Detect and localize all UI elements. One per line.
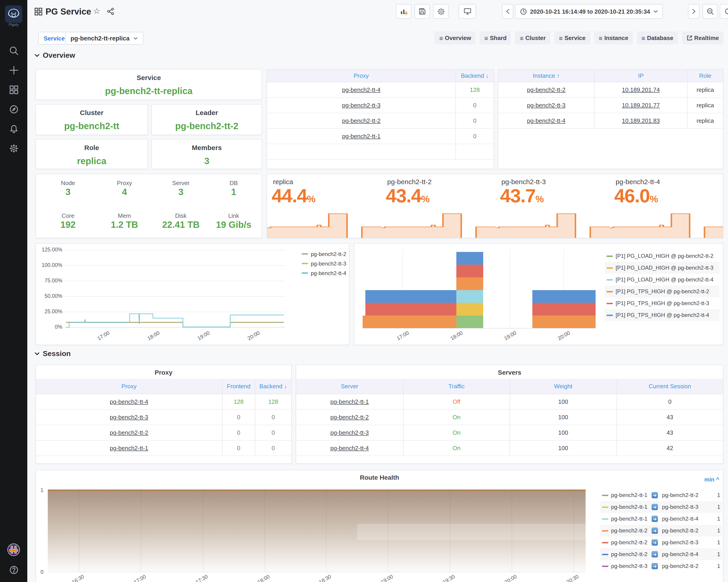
time-back-button[interactable] [502, 4, 513, 19]
proxy-link[interactable]: pg-bench2-tt-3 [342, 102, 381, 109]
y-tick: 100.00% [37, 262, 62, 268]
resource-stats-panel[interactable]: Node3 Proxy4 Server3 DB1 Core192 Mem1.2 … [35, 174, 262, 238]
cluster-card[interactable]: Cluster pg-bench2-tt [35, 104, 148, 135]
server-link[interactable]: pg-bench2-tt-2 [330, 414, 369, 421]
col-header-instance[interactable]: Instance ↑ [498, 70, 594, 82]
nav-link-overview[interactable]: ≡Overview [435, 31, 476, 45]
proxy-link[interactable]: pg-bench2-tt-2 [110, 429, 148, 436]
service-variable-dropdown[interactable]: pg-bench2-tt-replica [65, 32, 143, 45]
nav-link-shard[interactable]: ≡Shard [480, 31, 511, 45]
legend-item[interactable]: [P1] PG_LOAD_HIGH @ pg-bench2-tt-4 [605, 274, 719, 285]
star-icon[interactable]: ☆ [93, 6, 100, 16]
col-header-current-session[interactable]: Current Session [616, 379, 723, 394]
legend-item[interactable]: pg-bench2-tt-1➜pg-bench2-tt-31 [600, 501, 722, 513]
cpu-usage-chart[interactable]: 125.00% 100.00% 75.00% 50.00% 25.00% 0% … [35, 243, 349, 345]
proxy-link[interactable]: pg-bench2-tt-4 [110, 398, 148, 405]
service-card-title: Service [36, 74, 262, 81]
page-title: PG Service [46, 7, 91, 17]
save-dashboard-button[interactable] [415, 4, 430, 19]
configuration-gear-icon[interactable] [0, 140, 27, 156]
legend-item[interactable]: [P1] PG_LOAD_HIGH @ pg-bench2-tt-3 [605, 262, 719, 274]
legend-item[interactable]: [P1] PG_TPS_HIGH @ pg-bench2-tt-4 [605, 309, 719, 321]
nav-link-service[interactable]: ≡Service [554, 31, 590, 45]
col-header-proxy[interactable]: Proxy [36, 379, 222, 394]
legend-item[interactable]: pg-bench2-tt-1➜pg-bench2-tt-21 [600, 489, 722, 501]
table-row: pg-bench2-tt-2 0 [267, 113, 494, 129]
col-header-role[interactable]: Role [687, 70, 723, 82]
leader-card[interactable]: Leader pg-bench2-tt-2 [152, 104, 262, 135]
server-link[interactable]: pg-bench2-tt-1 [330, 398, 369, 405]
session-count: 43 [616, 425, 723, 440]
alerts-chart[interactable]: 17:00 18:00 19:00 20:00 [P1] PG_LOAD_HIG… [354, 243, 724, 345]
legend-item[interactable]: [P1] PG_LOAD_HIGH @ pg-bench2-tt-2 [605, 250, 719, 262]
nav-link-database[interactable]: ≡Database [637, 31, 678, 45]
route-health-panel[interactable]: Route Health 1 [35, 470, 724, 582]
ip-link[interactable]: 10.189.201.77 [622, 102, 660, 109]
ip-link[interactable]: 10.189.201.83 [622, 117, 660, 124]
legend-item[interactable]: pg-bench2-tt-3 [302, 259, 346, 268]
legend-sort-min[interactable]: min ^ [704, 476, 719, 483]
legend-item[interactable]: pg-bench2-tt-2➜pg-bench2-tt-41 [600, 548, 722, 560]
user-avatar[interactable] [0, 542, 27, 557]
search-icon[interactable] [0, 43, 27, 58]
pigsty-logo-icon[interactable] [5, 5, 22, 23]
zoom-out-time-button[interactable] [703, 4, 718, 19]
nav-link-cluster[interactable]: ≡Cluster [515, 31, 550, 45]
section-session-toggle[interactable]: Session [34, 350, 71, 358]
dashboard-grid-icon[interactable] [34, 8, 42, 17]
help-icon[interactable] [0, 562, 27, 578]
server-link[interactable]: pg-bench2-tt-3 [330, 429, 369, 436]
proxy-link[interactable]: pg-bench2-tt-1 [110, 445, 148, 451]
col-header-server[interactable]: Server [296, 379, 403, 394]
gauge-sparkline [495, 210, 610, 238]
col-header-traffic[interactable]: Traffic [403, 379, 510, 394]
legend-item[interactable]: pg-bench2-tt-1➜pg-bench2-tt-41 [600, 513, 722, 525]
route-arrow-icon: ➜ [652, 551, 658, 557]
proxy-link[interactable]: pg-bench2-tt-2 [342, 117, 381, 124]
route-arrow-icon: ➜ [652, 516, 658, 522]
col-header-ip[interactable]: IP [594, 70, 687, 82]
nav-link-realtime[interactable]: Realtime [682, 31, 724, 45]
ip-link[interactable]: 10.189.201.74 [622, 86, 660, 93]
col-header-proxy[interactable]: Proxy [267, 70, 456, 82]
legend-item[interactable]: pg-bench2-tt-4 [302, 268, 346, 278]
table-row: pg-bench2-tt-2 On 100 43 [296, 410, 723, 425]
section-overview-toggle[interactable]: Overview [34, 51, 75, 60]
legend-item[interactable]: [P1] PG_TPS_HIGH @ pg-bench2-tt-2 [605, 285, 719, 297]
cpu-gauges-panel[interactable]: replica 44.4% pg-bench2-tt-2 43.4% pg-be… [267, 174, 724, 238]
col-header-frontend[interactable]: Frontend [222, 379, 255, 394]
table-row: pg-bench2-tt-1 Off 100 0 [296, 394, 723, 410]
refresh-button[interactable] [720, 4, 728, 19]
cycle-view-mode-button[interactable] [459, 4, 476, 19]
dashboard-settings-button[interactable] [433, 4, 449, 19]
proxy-link[interactable]: pg-bench2-tt-1 [342, 133, 381, 140]
legend-item[interactable]: [P1] PG_TPS_HIGH @ pg-bench2-tt-3 [605, 297, 719, 309]
nav-link-instance[interactable]: ≡Instance [594, 31, 633, 45]
col-header-backend[interactable]: Backend ↓ [255, 379, 291, 394]
proxy-link[interactable]: pg-bench2-tt-3 [110, 414, 148, 421]
time-range-picker[interactable]: 2020-10-21 16:14:49 to 2020-10-21 20:35:… [515, 4, 663, 19]
role-card[interactable]: Role replica [35, 139, 148, 169]
service-card[interactable]: Service pg-bench2-tt-replica [35, 69, 262, 100]
instance-link[interactable]: pg-bench2-tt-3 [527, 102, 565, 109]
instance-link[interactable]: pg-bench2-tt-2 [527, 86, 565, 93]
create-plus-icon[interactable] [0, 62, 27, 78]
menu-icon: ≡ [484, 34, 488, 41]
explore-compass-icon[interactable] [0, 102, 27, 117]
legend-item[interactable]: pg-bench2-tt-2 [302, 249, 346, 259]
share-icon[interactable] [107, 8, 114, 17]
add-panel-button[interactable] [396, 4, 411, 19]
legend-item[interactable]: pg-bench2-tt-2➜pg-bench2-tt-21 [600, 525, 722, 536]
instance-link[interactable]: pg-bench2-tt-4 [527, 117, 565, 124]
dashboards-icon[interactable] [0, 82, 27, 97]
col-header-weight[interactable]: Weight [510, 379, 616, 394]
server-link[interactable]: pg-bench2-tt-4 [330, 445, 369, 451]
time-forward-button[interactable] [688, 4, 699, 19]
col-header-backend[interactable]: Backend ↓ [456, 70, 494, 82]
table-row: pg-bench2-tt-4 128 [267, 82, 494, 98]
alerting-bell-icon[interactable] [0, 121, 27, 136]
proxy-link[interactable]: pg-bench2-tt-4 [342, 86, 381, 93]
legend-item[interactable]: pg-bench2-tt-2➜pg-bench2-tt-31 [600, 536, 722, 548]
members-card[interactable]: Members 3 [152, 139, 262, 169]
legend-item[interactable]: pg-bench2-tt-3➜pg-bench2-tt-21 [600, 560, 722, 572]
